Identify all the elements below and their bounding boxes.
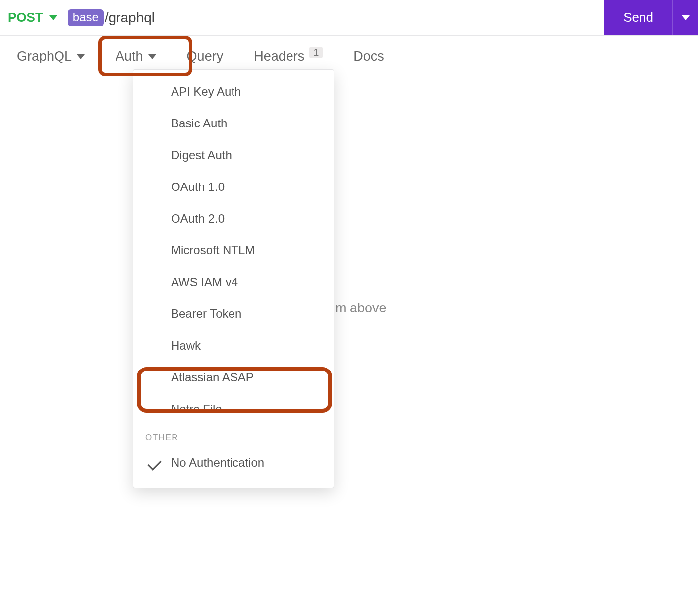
url-bar: POST base /graphql Send [0,0,698,36]
auth-option-asap[interactable]: Atlassian ASAP [133,362,334,393]
body-hint-text: m above [335,301,387,316]
tab-docs[interactable]: Docs [353,49,384,64]
url-path[interactable]: /graphql [105,10,155,26]
chevron-down-icon [682,15,690,20]
chevron-down-icon [77,54,85,59]
environment-tag[interactable]: base [68,9,104,26]
auth-type-dropdown: API Key Auth Basic Auth Digest Auth OAut… [133,69,334,488]
chevron-down-icon [148,54,156,59]
http-method-label: POST [8,10,43,25]
tab-label: GraphQL [17,49,72,64]
auth-option-api-key[interactable]: API Key Auth [133,76,334,108]
send-group: Send [604,0,698,35]
divider [184,438,322,438]
tab-auth[interactable]: Auth [116,49,156,64]
tab-label: Query [187,49,224,64]
auth-option-none[interactable]: No Authentication [133,447,334,479]
auth-option-bearer-token[interactable]: Bearer Token [133,298,334,330]
send-menu-button[interactable] [672,0,698,35]
auth-option-hawk[interactable]: Hawk [133,330,334,362]
tab-label: Auth [116,49,143,64]
auth-option-oauth1[interactable]: OAuth 1.0 [133,171,334,203]
tab-headers[interactable]: Headers 1 [254,49,323,64]
tab-query[interactable]: Query [187,49,224,64]
tab-graphql[interactable]: GraphQL [17,49,85,64]
tab-label: Headers [254,49,304,64]
request-tabs: GraphQL Auth Query Headers 1 Docs [0,36,698,76]
auth-option-digest[interactable]: Digest Auth [133,139,334,171]
dropdown-section-other: OTHER [133,425,334,447]
tab-label: Docs [353,49,384,64]
auth-option-netrc[interactable]: Netrc File [133,393,334,425]
http-method-select[interactable]: POST [8,10,57,25]
section-label: OTHER [145,433,178,443]
auth-option-oauth2[interactable]: OAuth 2.0 [133,203,334,235]
auth-option-ntlm[interactable]: Microsoft NTLM [133,235,334,266]
auth-option-basic[interactable]: Basic Auth [133,108,334,139]
headers-count-badge: 1 [309,47,323,58]
send-button[interactable]: Send [604,0,672,35]
chevron-down-icon [49,15,57,20]
auth-option-aws-iam[interactable]: AWS IAM v4 [133,266,334,298]
